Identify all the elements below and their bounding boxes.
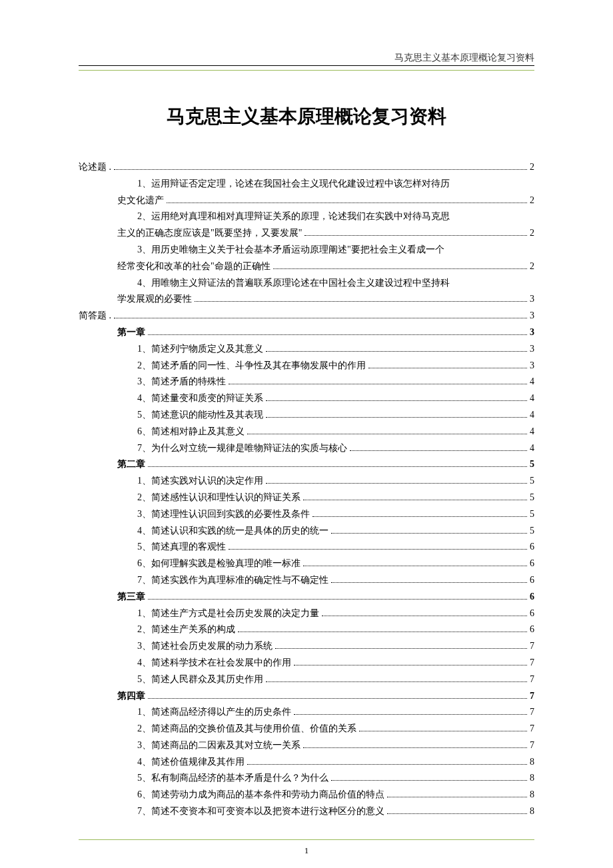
toc-entry-page: 5 — [530, 506, 534, 522]
toc-entry-page: 5 — [530, 473, 534, 489]
toc-entry: 4、简述科学技术在社会发展中的作用7 — [137, 655, 534, 671]
toc-leader-dots — [331, 533, 527, 534]
toc-entry: 2、简述矛盾的同一性、斗争性及其在事物发展中的作用3 — [137, 358, 534, 374]
toc-leader-dots — [167, 203, 527, 203]
header-rule — [79, 65, 534, 66]
toc-leader-dots — [148, 466, 527, 467]
toc-leader-dots — [195, 301, 527, 302]
toc-entry: 经常变化和改革的社会"命题的正确性2 — [117, 258, 534, 274]
toc-entry-text: 论述题 . — [79, 159, 111, 175]
toc-entry: 4、简述认识和实践的统一是具体的历史的统一5 — [137, 523, 534, 539]
toc-leader-dots — [387, 797, 527, 797]
toc-entry-text: 6、简述劳动力成为商品的基本条件和劳动力商品价值的特点 — [137, 787, 384, 803]
toc-leader-dots — [359, 731, 527, 731]
toc-entry-page: 7 — [530, 638, 534, 654]
toc-entry-page: 4 — [530, 407, 534, 423]
toc-leader-dots — [331, 582, 527, 583]
toc-entry-page: 2 — [530, 225, 534, 241]
toc-leader-dots — [312, 516, 527, 517]
toc-leader-dots — [322, 616, 527, 616]
toc-entry: 7、简述实践作为真理标准的确定性与不确定性6 — [137, 572, 534, 588]
toc-entry-page: 2 — [530, 258, 534, 274]
toc-entry-page: 8 — [530, 754, 534, 770]
toc-entry: 1、简述实践对认识的决定作用5 — [137, 473, 534, 489]
toc-entry: 1、运用辩证否定定理，论述在我国社会主义现代化建设过程中该怎样对待历 — [137, 176, 534, 192]
toc-entry: 6、如何理解实践是检验真理的唯一标准6 — [137, 556, 534, 572]
toc-entry: 2、简述感性认识和理性认识的辩证关系5 — [137, 490, 534, 506]
toc-entry: 5、私有制商品经济的基本矛盾是什么？为什么8 — [137, 770, 534, 786]
document-page: 马克思主义基本原理概论复习资料 马克思主义基本原理概论复习资料 论述题 .21、… — [0, 0, 613, 868]
toc-entry: 3、用历史唯物主义关于社会基本矛盾运动原理阐述"要把社会主义看成一个 — [137, 242, 534, 258]
toc-entry-text: 学发展观的必要性 — [117, 291, 192, 307]
toc-leader-dots — [331, 780, 527, 781]
toc-entry-page: 7 — [530, 704, 534, 720]
toc-leader-dots — [238, 632, 527, 632]
toc-leader-dots — [247, 434, 527, 434]
toc-entry: 3、简述社会历史发展的动力系统7 — [137, 638, 534, 654]
toc-leader-dots — [229, 549, 527, 550]
toc-entry: 7、为什么对立统一规律是唯物辩证法的实质与核心4 — [137, 440, 534, 456]
toc-entry-text: 3、简述社会历史发展的动力系统 — [137, 638, 273, 654]
toc-entry-page: 6 — [530, 539, 534, 555]
toc-entry-page: 6 — [530, 606, 534, 622]
toc-entry: 1、简述生产方式是社会历史发展的决定力量6 — [137, 606, 534, 622]
toc-entry: 5、简述真理的客观性6 — [137, 539, 534, 555]
toc-entry: 3、简述理性认识回到实践的必要性及条件5 — [137, 506, 534, 522]
toc-entry-text: 经常变化和改革的社会"命题的正确性 — [117, 258, 271, 274]
toc-entry-page: 4 — [530, 424, 534, 440]
document-title: 马克思主义基本原理概论复习资料 — [79, 104, 534, 129]
toc-leader-dots — [266, 681, 527, 682]
toc-entry-text: 2、简述生产关系的构成 — [137, 622, 235, 638]
toc-entry-page: 6 — [530, 572, 534, 588]
toc-entry-text: 1、运用辩证否定定理，论述在我国社会主义现代化建设过程中该怎样对待历 — [137, 176, 450, 192]
toc-entry: 3、简述矛盾的特殊性4 — [137, 374, 534, 390]
header-text: 马克思主义基本原理概论复习资料 — [79, 52, 534, 64]
toc-entry-page: 4 — [530, 440, 534, 456]
toc-entry-page: 3 — [530, 324, 534, 340]
toc-entry-page: 5 — [530, 523, 534, 539]
toc-entry-text: 4、简述量变和质变的辩证关系 — [137, 390, 263, 406]
toc-entry: 2、简述生产关系的构成6 — [137, 622, 534, 638]
toc-entry-text: 4、简述科学技术在社会发展中的作用 — [137, 655, 291, 671]
toc-entry-text: 主义的正确态度应该是"既要坚持，又要发展" — [117, 225, 302, 241]
toc-entry: 1、简述商品经济得以产生的历史条件7 — [137, 704, 534, 720]
toc-entry-text: 第四章 — [117, 688, 145, 704]
toc-entry-page: 2 — [530, 159, 534, 175]
toc-leader-dots — [148, 599, 527, 600]
toc-entry-text: 6、如何理解实践是检验真理的唯一标准 — [137, 556, 301, 572]
toc-entry-text: 3、简述理性认识回到实践的必要性及条件 — [137, 506, 310, 522]
toc-leader-dots — [294, 665, 527, 665]
toc-entry-page: 7 — [530, 688, 534, 704]
toc-entry-text: 5、私有制商品经济的基本矛盾是什么？为什么 — [137, 770, 328, 786]
toc-entry-page: 6 — [530, 622, 534, 638]
toc-entry-text: 2、简述矛盾的同一性、斗争性及其在事物发展中的作用 — [137, 358, 366, 374]
toc-entry-page: 5 — [530, 456, 534, 472]
toc-entry-text: 3、用历史唯物主义关于社会基本矛盾运动原理阐述"要把社会主义看成一个 — [137, 242, 444, 258]
toc-entry-text: 史文化遗产 — [117, 193, 164, 209]
toc-leader-dots — [266, 417, 527, 418]
toc-entry-page: 7 — [530, 655, 534, 671]
toc-entry-page: 8 — [530, 787, 534, 803]
toc-leader-dots — [303, 566, 527, 566]
toc-entry: 论述题 .2 — [79, 159, 534, 175]
toc-leader-dots — [368, 368, 527, 368]
toc-entry: 简答题 .3 — [79, 308, 534, 324]
toc-entry-text: 第三章 — [117, 589, 145, 605]
toc-entry-text: 6、简述相对静止及其意义 — [137, 424, 245, 440]
toc-leader-dots — [350, 450, 527, 451]
toc-leader-dots — [303, 500, 527, 500]
page-number: 1 — [79, 845, 534, 856]
toc-entry-text: 1、简述商品经济得以产生的历史条件 — [137, 704, 291, 720]
toc-entry-text: 简答题 . — [79, 308, 111, 324]
toc-leader-dots — [266, 400, 527, 401]
toc-entry: 3、简述商品的二因素及其对立统一关系7 — [137, 737, 534, 753]
toc-entry-page: 5 — [530, 490, 534, 506]
toc-entry: 主义的正确态度应该是"既要坚持，又要发展"2 — [117, 225, 534, 241]
toc-entry-page: 3 — [530, 308, 534, 324]
toc-entry-text: 7、为什么对立统一规律是唯物辩证法的实质与核心 — [137, 440, 347, 456]
toc-entry-page: 8 — [530, 770, 534, 786]
toc-entry: 6、简述相对静止及其意义4 — [137, 424, 534, 440]
toc-entry: 2、运用绝对真理和相对真理辩证关系的原理，论述我们在实践中对待马克思 — [137, 209, 534, 224]
toc-entry-text: 2、简述商品的交换价值及其与使用价值、价值的关系 — [137, 721, 356, 737]
toc-entry-text: 5、简述意识的能动性及其表现 — [137, 407, 263, 423]
